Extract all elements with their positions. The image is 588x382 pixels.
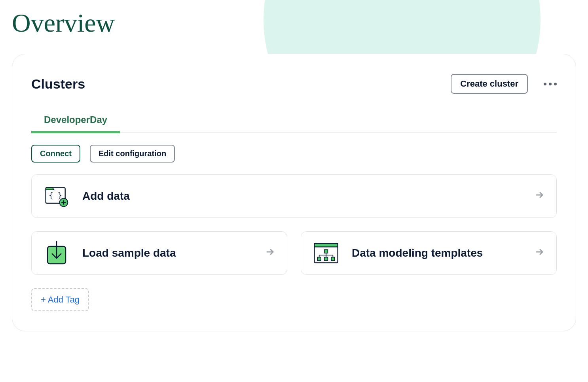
create-cluster-button[interactable]: Create cluster	[451, 74, 528, 94]
header-actions: Create cluster	[451, 74, 557, 94]
add-tag-button[interactable]: + Add Tag	[31, 288, 89, 311]
data-modeling-label: Data modeling templates	[352, 247, 522, 259]
more-menu-icon[interactable]	[544, 83, 557, 85]
svg-rect-10	[314, 244, 338, 247]
cluster-tabs: DeveloperDay	[31, 114, 557, 133]
panel-header: Clusters Create cluster	[31, 74, 557, 94]
clusters-panel: Clusters Create cluster DeveloperDay Con…	[12, 54, 576, 331]
templates-icon	[313, 242, 339, 264]
load-sample-data-card[interactable]: Load sample data	[31, 231, 287, 275]
arrow-right-icon	[266, 247, 275, 259]
download-icon	[44, 242, 70, 264]
action-buttons-row: Connect Edit configuration	[31, 145, 557, 163]
svg-rect-14	[331, 257, 335, 261]
arrow-right-icon	[535, 190, 544, 202]
svg-rect-12	[317, 257, 321, 261]
arrow-right-icon	[535, 247, 544, 259]
edit-configuration-button[interactable]: Edit configuration	[90, 145, 175, 163]
svg-rect-11	[324, 250, 328, 253]
panel-heading: Clusters	[31, 76, 85, 92]
page-title: Overview	[12, 8, 588, 38]
load-sample-label: Load sample data	[82, 247, 253, 259]
add-data-label: Add data	[82, 190, 522, 202]
svg-text:{ }: { }	[49, 191, 62, 200]
svg-rect-13	[324, 257, 328, 261]
add-data-card[interactable]: { } Add data	[31, 174, 557, 218]
connect-button[interactable]: Connect	[31, 145, 80, 163]
data-modeling-templates-card[interactable]: Data modeling templates	[301, 231, 557, 275]
add-data-icon: { }	[44, 185, 70, 207]
tab-developerday[interactable]: DeveloperDay	[31, 114, 120, 133]
